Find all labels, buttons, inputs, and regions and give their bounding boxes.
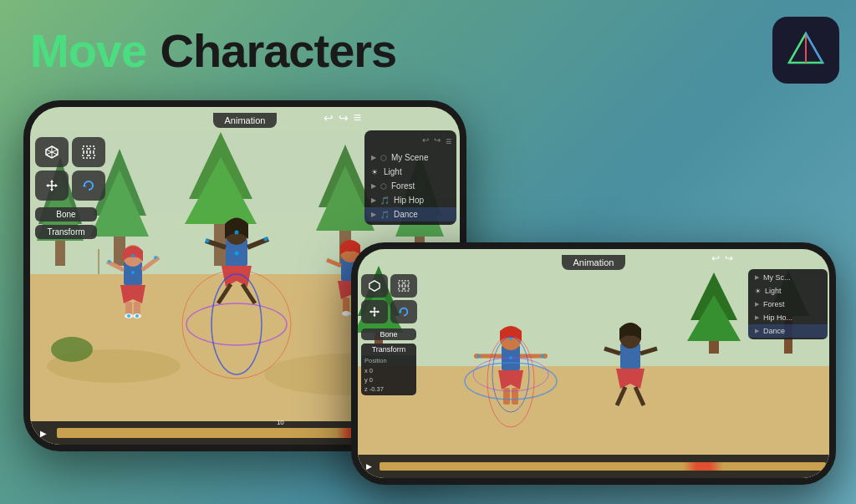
forest-item-back[interactable]: ▶ ⬡ Forest	[364, 179, 456, 193]
redo-icon-front[interactable]: ↪	[725, 252, 733, 264]
arrow-hiphop-back: ▶	[371, 196, 376, 204]
svg-point-40	[135, 314, 139, 318]
cube-icon-back[interactable]	[35, 137, 69, 167]
right-panel-front: ▶ My Sc... ☀ Light ▶ Forest ▶ Hip Ho... …	[748, 269, 828, 339]
timeline-front: ▶	[358, 455, 829, 478]
play-button-back[interactable]: ▶	[33, 423, 54, 443]
arrow-dance-front: ▶	[755, 328, 759, 334]
app-icon-svg	[785, 29, 827, 71]
svg-rect-67	[89, 146, 94, 151]
arrow-forest-back: ▶	[371, 182, 376, 190]
arrows-icon-back[interactable]	[35, 171, 69, 201]
forest-item-front[interactable]: ▶ Forest	[748, 298, 828, 311]
rotate-icon-back[interactable]	[72, 171, 105, 201]
svg-marker-72	[50, 180, 54, 182]
undo-icon-front[interactable]: ↩	[711, 252, 720, 264]
svg-marker-73	[50, 189, 54, 191]
light-item-front[interactable]: ☀ Light	[748, 284, 828, 298]
svg-marker-76	[83, 184, 86, 187]
svg-marker-74	[46, 184, 48, 187]
svg-line-2	[789, 33, 806, 63]
panel-menu-back[interactable]: ≡	[446, 135, 451, 147]
svg-rect-111	[405, 281, 409, 285]
svg-point-39	[127, 314, 130, 318]
svg-point-37	[108, 260, 111, 263]
phone-front: Animation ↩ ↪	[351, 242, 836, 485]
svg-point-48	[235, 252, 239, 256]
dance-item-front[interactable]: ▶ Dance	[748, 324, 828, 338]
hiphop-icon-back: 🎵	[380, 196, 390, 205]
app-icon[interactable]	[772, 17, 839, 84]
hiphop-item-front[interactable]: ▶ Hip Ho...	[748, 311, 828, 324]
arrows-icon-front[interactable]	[361, 300, 388, 323]
forest-icon-back: ⬡	[380, 182, 387, 191]
scene-item-back[interactable]: ▶ ⬡ My Scene	[364, 150, 456, 165]
dance-icon-back: 🎵	[380, 211, 390, 219]
svg-point-23	[51, 337, 93, 362]
play-button-front[interactable]: ▶	[360, 458, 377, 475]
svg-rect-112	[399, 287, 403, 291]
select-icon-front[interactable]	[390, 274, 417, 298]
svg-point-49	[206, 239, 210, 243]
transform-panel-front: Transform Position x 0 y 0 z -0.37	[361, 344, 416, 395]
animation-label-front: Animation	[562, 255, 626, 270]
svg-marker-75	[55, 184, 58, 187]
panel-redo-back[interactable]: ↪	[434, 135, 441, 147]
svg-marker-116	[373, 307, 376, 309]
bone-button-front[interactable]: Bone	[361, 328, 416, 340]
timeline-track-front[interactable]	[380, 462, 826, 471]
position-label-front: Position	[361, 355, 416, 366]
arrow-forest-front: ▶	[755, 301, 759, 308]
dance-item-back[interactable]: ▶ 🎵 Dance	[364, 207, 456, 221]
svg-rect-68	[83, 153, 88, 158]
light-icon-front: ☀	[755, 288, 761, 295]
svg-rect-66	[83, 146, 88, 151]
arrow-dance-back: ▶	[371, 211, 376, 218]
title-move: Move	[30, 24, 146, 77]
transform-button-back[interactable]: Transform	[35, 225, 97, 239]
svg-point-35	[131, 254, 135, 257]
transform-label-front[interactable]: Transform	[361, 344, 416, 355]
left-toolbar-back: Bone Transform	[35, 137, 105, 239]
svg-point-95	[509, 337, 512, 340]
x-row-front: x 0	[361, 366, 416, 375]
scene-item-front[interactable]: ▶ My Sc...	[748, 271, 828, 284]
light-icon-back: ☀	[371, 168, 378, 176]
menu-icon-back[interactable]: ≡	[354, 110, 361, 125]
bone-button-back[interactable]: Bone	[35, 207, 97, 221]
svg-rect-93	[503, 388, 510, 405]
svg-point-50	[264, 237, 268, 242]
svg-rect-69	[89, 153, 94, 158]
select-icon-back[interactable]	[72, 137, 105, 167]
left-toolbar-front: Bone Transform Position x 0 y 0 z -0.37	[361, 274, 417, 395]
animation-label-back: Animation	[213, 113, 278, 128]
title-area: Move Characters	[30, 23, 396, 78]
panel-undo-back[interactable]: ↩	[422, 135, 429, 147]
svg-point-36	[131, 271, 135, 274]
svg-marker-109	[369, 281, 380, 291]
svg-marker-118	[369, 310, 372, 313]
undo-icon-back[interactable]: ↩	[324, 111, 334, 125]
right-panel-back: ↩ ↪ ≡ ▶ ⬡ My Scene ☀ Light ▶ ⬡ Forest ▶ …	[364, 130, 456, 225]
svg-point-57	[342, 311, 350, 316]
redo-icon-back[interactable]: ↪	[339, 111, 349, 125]
cube-icon-front[interactable]	[361, 274, 388, 298]
rotate-icon-front[interactable]	[390, 300, 417, 323]
arrow-hiphop-front: ▶	[755, 314, 759, 321]
arrow-scene-front: ▶	[755, 274, 759, 281]
svg-rect-110	[399, 281, 403, 285]
y-row-front: y 0	[361, 375, 416, 384]
scene-icon-back: ⬡	[380, 154, 387, 162]
light-item-back[interactable]: ☀ Light	[364, 165, 456, 179]
z-row-front: z -0.37	[361, 384, 416, 395]
svg-line-3	[806, 33, 823, 63]
svg-marker-119	[378, 310, 380, 313]
svg-point-97	[477, 354, 481, 358]
phone-front-screen: Animation ↩ ↪	[358, 249, 829, 478]
arrow-scene-back: ▶	[371, 154, 376, 161]
svg-marker-117	[373, 315, 376, 318]
hiphop-item-back[interactable]: ▶ 🎵 Hip Hop	[364, 193, 456, 207]
svg-point-98	[541, 354, 544, 358]
svg-point-38	[154, 256, 157, 259]
panel-header-back: ↩ ↪ ≡	[364, 134, 456, 150]
